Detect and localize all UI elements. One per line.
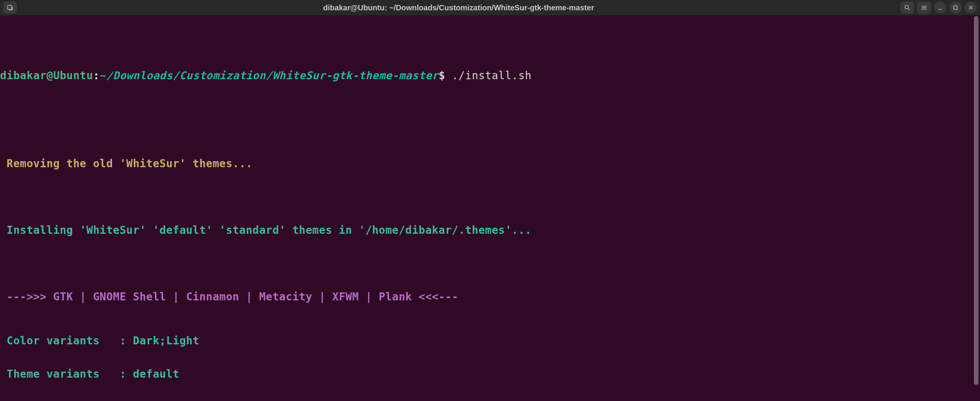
- prompt-sep: /: [266, 70, 272, 81]
- close-button[interactable]: [965, 2, 977, 14]
- svg-rect-0: [8, 5, 12, 10]
- prompt-tilde: ~: [100, 70, 106, 81]
- terminal-pane[interactable]: dibakar@Ubuntu:~/Downloads/Customization…: [0, 15, 980, 401]
- output-line: Installing 'WhiteSur' 'default' 'standar…: [0, 225, 980, 237]
- menu-button[interactable]: [917, 2, 931, 14]
- output-text: Removing the old 'WhiteSur' themes...: [0, 158, 253, 169]
- window-title: dibakar@Ubuntu: ~/Downloads/Customizatio…: [17, 4, 900, 11]
- prompt-sep: /: [173, 70, 179, 81]
- output-key: Color variants :: [0, 336, 126, 346]
- maximize-button[interactable]: [949, 2, 962, 14]
- prompt-path-seg: WhiteSur-gtk-theme-master: [273, 70, 439, 81]
- titlebar: dibakar@Ubuntu: ~/Downloads/Customizatio…: [0, 0, 980, 15]
- output-val: default: [126, 369, 180, 380]
- svg-point-1: [905, 5, 908, 9]
- prompt-path-seg: Downloads: [113, 70, 173, 81]
- prompt-at: @: [47, 70, 53, 81]
- scrollbar-thumb[interactable]: [974, 16, 978, 385]
- output-line: --->>> GTK | GNOME Shell | Cinnamon | Me…: [0, 292, 980, 303]
- prompt-path-seg: Customization: [180, 70, 266, 81]
- output-key: Theme variants :: [0, 369, 126, 380]
- prompt-host: Ubuntu: [53, 70, 93, 81]
- prompt-sep: /: [106, 70, 113, 81]
- blank-line: [0, 114, 980, 126]
- blank-line: [0, 258, 980, 270]
- output-text: Installing 'WhiteSur' 'default' 'standar…: [0, 225, 532, 236]
- prompt-colon: :: [93, 70, 100, 81]
- minimize-button[interactable]: [934, 2, 946, 14]
- output-val: Dark;Light: [126, 336, 199, 346]
- output-line: Removing the old 'WhiteSur' themes...: [0, 158, 980, 170]
- prompt-user: dibakar: [0, 70, 47, 81]
- new-tab-button[interactable]: [3, 2, 17, 14]
- output-line: Color variants : Dark;Light: [0, 336, 980, 347]
- svg-rect-7: [954, 6, 957, 10]
- svg-line-2: [908, 8, 910, 10]
- output-text: --->>> GTK | GNOME Shell | Cinnamon | Me…: [0, 292, 459, 302]
- prompt-dollar: $: [439, 70, 445, 81]
- scrollbar-track[interactable]: [974, 16, 978, 400]
- search-button[interactable]: [900, 2, 914, 14]
- blank-line: [0, 192, 980, 204]
- prompt-line: dibakar@Ubuntu:~/Downloads/Customization…: [0, 70, 980, 82]
- output-line: Theme variants : default: [0, 369, 980, 381]
- command-text: ./install.sh: [445, 70, 532, 81]
